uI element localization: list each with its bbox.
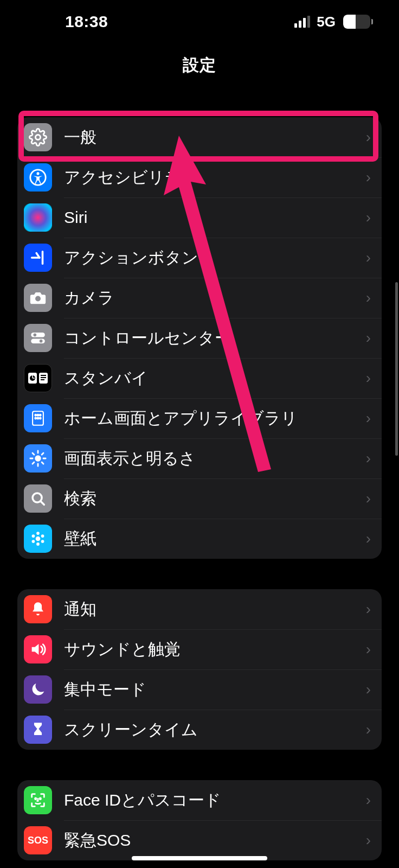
sos-icon: SOS xyxy=(24,826,52,854)
chevron-right-icon: › xyxy=(366,601,371,618)
svg-rect-5 xyxy=(31,339,45,343)
row-label: ホーム画面とアプリライブラリ xyxy=(64,407,366,430)
chevron-right-icon: › xyxy=(366,681,371,698)
row-action-button[interactable]: アクションボタン › xyxy=(17,238,382,278)
row-search[interactable]: 検索 › xyxy=(17,478,382,519)
row-sounds-haptics[interactable]: サウンドと触覚 › xyxy=(17,629,382,669)
row-label: 画面表示と明るさ xyxy=(64,448,366,470)
speaker-icon xyxy=(24,635,52,663)
settings-scroll[interactable]: 一般 › アクセシビリテ › Siri › xyxy=(0,117,399,860)
row-label: スクリーンタイム xyxy=(64,719,366,741)
row-label: サウンドと触覚 xyxy=(64,639,366,661)
row-label: 集中モード xyxy=(64,679,366,701)
svg-rect-4 xyxy=(31,333,45,337)
row-home-screen[interactable]: ホーム画面とアプリライブラリ › xyxy=(17,398,382,438)
status-bar: 18:38 5G 45 xyxy=(0,0,399,43)
hourglass-icon xyxy=(24,716,52,744)
gear-icon xyxy=(24,123,52,151)
row-emergency-sos[interactable]: SOS 緊急SOS › xyxy=(17,820,382,860)
svg-point-18 xyxy=(35,418,36,419)
row-standby[interactable]: スタンバイ › xyxy=(17,358,382,398)
svg-point-30 xyxy=(35,798,36,799)
row-accessibility[interactable]: アクセシビリテ › xyxy=(17,157,382,197)
row-label: 緊急SOS xyxy=(64,829,366,852)
brightness-icon xyxy=(24,444,52,473)
row-label: アクションボタン xyxy=(64,247,366,269)
svg-point-28 xyxy=(32,540,35,543)
settings-group-1: 一般 › アクセシビリテ › Siri › xyxy=(17,117,382,559)
svg-point-23 xyxy=(36,537,41,541)
standby-icon xyxy=(24,364,52,392)
row-label: アクセシビリテ xyxy=(64,167,366,189)
svg-point-19 xyxy=(37,418,39,419)
wallpaper-icon xyxy=(24,525,52,553)
svg-point-31 xyxy=(40,798,41,799)
chevron-right-icon: › xyxy=(366,249,371,266)
svg-point-16 xyxy=(37,414,39,416)
camera-icon xyxy=(24,284,52,312)
network-label: 5G xyxy=(317,14,336,30)
svg-point-17 xyxy=(40,414,41,416)
chevron-right-icon: › xyxy=(366,530,371,547)
row-label: カメラ xyxy=(64,287,366,309)
svg-point-0 xyxy=(35,135,40,139)
row-display-brightness[interactable]: 画面表示と明るさ › xyxy=(17,438,382,478)
svg-rect-13 xyxy=(41,379,44,380)
svg-point-27 xyxy=(36,542,40,546)
accessibility-icon xyxy=(24,163,52,192)
chevron-right-icon: › xyxy=(366,129,371,146)
row-label: 一般 xyxy=(64,126,366,149)
row-label: 通知 xyxy=(64,598,366,621)
chevron-right-icon: › xyxy=(366,641,371,658)
row-general[interactable]: 一般 › xyxy=(17,117,382,157)
siri-icon xyxy=(24,203,52,232)
svg-point-7 xyxy=(40,340,43,343)
row-label: Siri xyxy=(64,208,366,227)
row-label: コントロールセンター xyxy=(64,327,366,349)
chevron-right-icon: › xyxy=(366,289,371,307)
svg-point-24 xyxy=(36,532,40,535)
chevron-right-icon: › xyxy=(366,721,371,738)
row-face-id-passcode[interactable]: Face IDとパスコード › xyxy=(17,780,382,820)
svg-point-15 xyxy=(35,414,36,416)
navbar: 設定 xyxy=(0,43,399,87)
svg-point-29 xyxy=(32,534,35,538)
svg-point-25 xyxy=(41,534,44,538)
home-indicator[interactable] xyxy=(132,856,267,860)
status-time: 18:38 xyxy=(26,12,108,31)
chevron-right-icon: › xyxy=(366,792,371,809)
svg-point-20 xyxy=(40,418,41,419)
settings-group-2: 通知 › サウンドと触覚 › 集中モード › xyxy=(17,589,382,750)
page-title: 設定 xyxy=(183,54,216,76)
search-icon xyxy=(24,484,52,513)
action-button-icon xyxy=(24,244,52,272)
battery-percent: 45 xyxy=(343,15,370,29)
chevron-right-icon: › xyxy=(366,410,371,427)
control-center-icon xyxy=(24,324,52,352)
sos-text: SOS xyxy=(28,835,48,846)
face-id-icon xyxy=(24,786,52,814)
row-control-center[interactable]: コントロールセンター › xyxy=(17,318,382,358)
svg-point-3 xyxy=(35,296,41,301)
status-right: 5G 45 xyxy=(294,14,373,30)
row-wallpaper[interactable]: 壁紙 › xyxy=(17,519,382,559)
svg-point-21 xyxy=(35,455,41,461)
bell-icon xyxy=(24,595,52,623)
row-label: 検索 xyxy=(64,488,366,510)
row-focus[interactable]: 集中モード › xyxy=(17,669,382,710)
svg-rect-11 xyxy=(41,375,46,376)
row-label: スタンバイ xyxy=(64,367,366,390)
row-siri[interactable]: Siri › xyxy=(17,197,382,238)
home-screen-icon xyxy=(24,404,52,432)
svg-point-2 xyxy=(36,172,39,175)
row-camera[interactable]: カメラ › xyxy=(17,278,382,318)
cellular-signal-icon xyxy=(294,16,310,28)
chevron-right-icon: › xyxy=(366,490,371,507)
row-label: 壁紙 xyxy=(64,528,366,550)
battery-indicator: 45 xyxy=(343,15,373,29)
chevron-right-icon: › xyxy=(366,329,371,347)
row-notifications[interactable]: 通知 › xyxy=(17,589,382,629)
row-screen-time[interactable]: スクリーンタイム › xyxy=(17,710,382,750)
row-label: Face IDとパスコード xyxy=(64,789,366,812)
chevron-right-icon: › xyxy=(366,209,371,226)
